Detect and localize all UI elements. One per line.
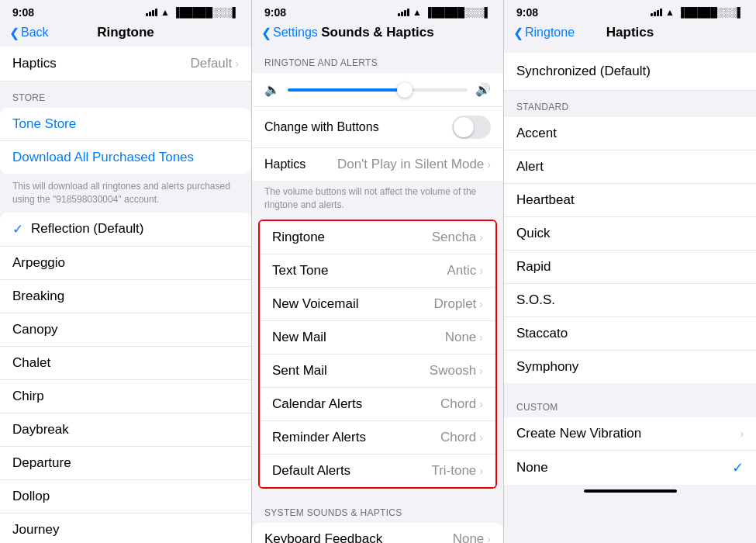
wifi-icon-3: ▲ bbox=[665, 7, 675, 18]
ringtone-item-6[interactable]: Daybreak bbox=[0, 413, 251, 447]
ringtone-item-4[interactable]: Chalet bbox=[0, 347, 251, 380]
ringtone-sound-value: Sencha › bbox=[432, 230, 483, 245]
status-icons-1: ▲ ▐█████░░░▌ bbox=[146, 7, 239, 18]
back-label-3: Ringtone bbox=[525, 26, 575, 40]
time-2: 9:08 bbox=[264, 6, 286, 19]
change-with-buttons-toggle[interactable] bbox=[452, 116, 491, 139]
ringtone-item-7[interactable]: Departure bbox=[0, 447, 251, 480]
system-sounds-section: SYSTEM SOUNDS & HAPTICS Keyboard Feedbac… bbox=[252, 496, 503, 543]
haptics-value-display: Default › bbox=[190, 56, 239, 71]
haptics-label-2: Haptics bbox=[264, 157, 306, 171]
calendar-alerts-row[interactable]: Calendar Alerts Chord › bbox=[260, 388, 495, 421]
chevron-text-tone: › bbox=[479, 265, 483, 277]
chevron-keyboard: › bbox=[487, 533, 491, 543]
chevron-back-icon-1: ❮ bbox=[9, 26, 19, 40]
haptic-alert[interactable]: Alert bbox=[504, 150, 756, 184]
spacer-top bbox=[504, 47, 756, 53]
back-button-2[interactable]: ❮ Settings bbox=[261, 26, 318, 40]
content-3: Synchronized (Default) STANDARD Accent A… bbox=[504, 47, 756, 543]
chevron-back-icon-2: ❮ bbox=[261, 26, 271, 40]
back-button-3[interactable]: ❮ Ringtone bbox=[513, 26, 575, 40]
chevron-reminder: › bbox=[479, 431, 483, 444]
haptics-value-2: Don't Play in Silent Mode › bbox=[337, 157, 491, 172]
chevron-voicemail: › bbox=[479, 298, 483, 310]
text-tone-value: Antic › bbox=[447, 263, 483, 278]
haptics-row[interactable]: Haptics Default › bbox=[0, 47, 251, 81]
ringtone-item-0[interactable]: Reflection (Default) bbox=[0, 213, 251, 247]
haptics-row-2[interactable]: Haptics Don't Play in Silent Mode › bbox=[252, 147, 503, 181]
download-all-label: Download All Purchased Tones bbox=[12, 150, 194, 165]
store-section-header: STORE bbox=[0, 81, 251, 108]
wifi-icon-2: ▲ bbox=[413, 7, 422, 18]
chevron-ringtone: › bbox=[479, 231, 483, 244]
ringtone-item-9[interactable]: Journey bbox=[0, 514, 251, 543]
chevron-back-icon-3: ❮ bbox=[513, 26, 523, 40]
volume-note: The volume buttons will not affect the v… bbox=[252, 181, 503, 220]
default-alerts-row[interactable]: Default Alerts Tri-tone › bbox=[260, 455, 495, 487]
keyboard-feedback-row[interactable]: Keyboard Feedback None › bbox=[252, 523, 503, 543]
page-title-3: Haptics bbox=[606, 25, 654, 40]
content-2: RINGTONE AND ALERTS 🔈 🔊 Change with Butt… bbox=[252, 47, 503, 543]
signal-icon-2 bbox=[398, 9, 409, 16]
nav-bar-1: ❮ Back Ringtone ➜ bbox=[0, 22, 251, 47]
time-1: 9:08 bbox=[12, 6, 34, 19]
tone-store-item[interactable]: Tone Store bbox=[0, 108, 251, 141]
ringtone-item-3[interactable]: Canopy bbox=[0, 313, 251, 347]
chevron-calendar: › bbox=[479, 398, 483, 410]
ringtone-item-2[interactable]: Breaking bbox=[0, 280, 251, 313]
haptic-sos[interactable]: S.O.S. bbox=[504, 284, 756, 317]
panel-sounds-haptics: 9:08 ▲ ▐█████░░░▌ ❮ Settings Sounds & Ha… bbox=[252, 0, 504, 543]
signal-icon bbox=[146, 9, 157, 16]
chevron-icon-2: › bbox=[487, 158, 491, 171]
new-voicemail-value: Droplet › bbox=[434, 296, 483, 312]
keyboard-feedback-label: Keyboard Feedback bbox=[264, 531, 382, 543]
volume-slider[interactable] bbox=[288, 88, 468, 92]
sounds-list-box: Ringtone Sencha › Text Tone Antic › New … bbox=[258, 220, 497, 489]
haptic-symphony[interactable]: Symphony bbox=[504, 351, 756, 383]
calendar-alerts-label: Calendar Alerts bbox=[272, 396, 362, 412]
reminder-alerts-value: Chord › bbox=[440, 430, 483, 445]
vol-low-icon: 🔈 bbox=[264, 82, 280, 97]
haptic-accent[interactable]: Accent bbox=[504, 117, 756, 150]
reminder-alerts-row[interactable]: Reminder Alerts Chord › bbox=[260, 421, 495, 455]
change-with-buttons-row[interactable]: Change with Buttons bbox=[252, 106, 503, 147]
chevron-create: › bbox=[740, 427, 744, 440]
nav-bar-2: ❮ Settings Sounds & Haptics bbox=[252, 22, 503, 47]
sent-mail-row[interactable]: Sent Mail Swoosh › bbox=[260, 355, 495, 388]
create-vibration-row[interactable]: Create New Vibration › bbox=[504, 417, 756, 451]
volume-row: 🔈 🔊 bbox=[252, 73, 503, 106]
synchronized-row[interactable]: Synchronized (Default) bbox=[504, 53, 756, 91]
status-bar-3: 9:08 ▲ ▐█████░░░▌ bbox=[504, 0, 756, 22]
change-with-buttons-label: Change with Buttons bbox=[264, 120, 379, 134]
new-mail-row[interactable]: New Mail None › bbox=[260, 321, 495, 355]
back-button-1[interactable]: ❮ Back bbox=[9, 26, 49, 40]
default-alerts-value: Tri-tone › bbox=[431, 463, 483, 479]
haptic-rapid[interactable]: Rapid bbox=[504, 251, 756, 284]
ringtone-item-5[interactable]: Chirp bbox=[0, 380, 251, 413]
ringtone-item-1[interactable]: Arpeggio bbox=[0, 247, 251, 280]
haptics-label: Haptics bbox=[12, 56, 57, 71]
create-vibration-label: Create New Vibration bbox=[516, 426, 641, 441]
haptics-value-text-2: Don't Play in Silent Mode bbox=[337, 157, 484, 172]
home-indicator-3 bbox=[584, 489, 677, 493]
none-row[interactable]: None ✓ ➜ bbox=[504, 451, 756, 485]
ringtone-sound-label: Ringtone bbox=[272, 230, 325, 245]
ringtone-sound-row[interactable]: Ringtone Sencha › bbox=[260, 221, 495, 254]
calendar-alerts-value: Chord › bbox=[440, 396, 483, 412]
haptic-heartbeat[interactable]: Heartbeat bbox=[504, 184, 756, 217]
ringtone-item-8[interactable]: Dollop bbox=[0, 480, 251, 514]
back-label-1: Back bbox=[21, 26, 49, 40]
chevron-default: › bbox=[479, 465, 483, 477]
panel-ringtone: 9:08 ▲ ▐█████░░░▌ ❮ Back Ringtone ➜ Hapt… bbox=[0, 0, 252, 543]
sys-sounds-header: SYSTEM SOUNDS & HAPTICS bbox=[252, 496, 503, 523]
text-tone-row[interactable]: Text Tone Antic › bbox=[260, 254, 495, 288]
download-all-item[interactable]: Download All Purchased Tones bbox=[0, 141, 251, 174]
new-voicemail-row[interactable]: New Voicemail Droplet › bbox=[260, 288, 495, 321]
standard-haptics-list: Accent Alert Heartbeat Quick Rapid S.O.S… bbox=[504, 117, 756, 383]
battery-icon-3: ▐█████░░░▌ bbox=[678, 7, 744, 18]
haptic-quick[interactable]: Quick bbox=[504, 217, 756, 251]
back-label-2: Settings bbox=[273, 26, 318, 40]
haptic-staccato[interactable]: Staccato bbox=[504, 317, 756, 351]
time-3: 9:08 bbox=[516, 6, 538, 19]
status-bar-1: 9:08 ▲ ▐█████░░░▌ bbox=[0, 0, 251, 22]
